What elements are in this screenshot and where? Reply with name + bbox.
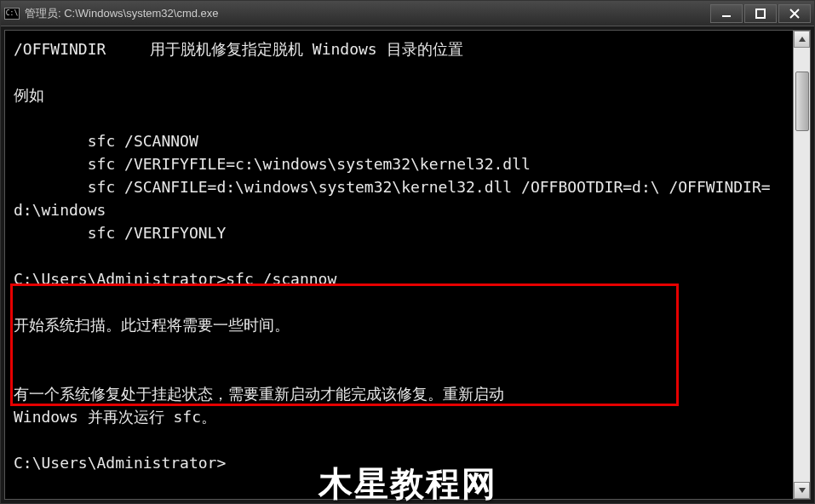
svg-rect-0 bbox=[722, 15, 731, 17]
scroll-thumb[interactable] bbox=[795, 72, 809, 131]
scan-start-msg: 开始系统扫描。此过程将需要一些时间。 bbox=[14, 316, 290, 334]
scroll-up-button[interactable] bbox=[794, 31, 810, 48]
close-icon bbox=[789, 9, 800, 19]
minimize-button[interactable] bbox=[710, 4, 743, 23]
example-label: 例如 bbox=[14, 86, 44, 104]
svg-rect-1 bbox=[756, 9, 765, 18]
titlebar[interactable]: C:\ 管理员: C:\Windows\system32\cmd.exe bbox=[1, 1, 814, 26]
pending-msg: 有一个系统修复处于挂起状态，需要重新启动才能完成该修复。重新启动 bbox=[14, 385, 504, 403]
pending-msg: Windows 并再次运行 sfc。 bbox=[14, 408, 216, 426]
example-line: sfc /VERIFYFILE=c:\windows\system32\kern… bbox=[14, 155, 531, 173]
command-text: sfc /scannow bbox=[226, 270, 336, 288]
window-title: 管理员: C:\Windows\system32\cmd.exe bbox=[25, 6, 710, 21]
maximize-icon bbox=[755, 9, 766, 19]
maximize-button[interactable] bbox=[744, 4, 777, 23]
terminal-output[interactable]: /OFFWINDIR用于脱机修复指定脱机 Windows 目录的位置 例如 sf… bbox=[5, 31, 793, 499]
chevron-up-icon bbox=[799, 37, 806, 42]
option-name: /OFFWINDIR bbox=[14, 37, 150, 60]
cmd-window: C:\ 管理员: C:\Windows\system32\cmd.exe /OF… bbox=[0, 0, 815, 504]
example-line: sfc /VERIFYONLY bbox=[14, 224, 226, 242]
example-line: sfc /SCANFILE=d:\windows\system32\kernel… bbox=[14, 178, 771, 219]
terminal-area: /OFFWINDIR用于脱机修复指定脱机 Windows 目录的位置 例如 sf… bbox=[4, 30, 811, 500]
cmd-icon: C:\ bbox=[4, 8, 20, 20]
example-line: sfc /SCANNOW bbox=[14, 132, 198, 150]
chevron-down-icon bbox=[799, 488, 806, 493]
window-controls bbox=[710, 4, 811, 23]
prompt: C:\Users\Administrator> bbox=[14, 270, 226, 288]
scroll-down-button[interactable] bbox=[794, 482, 810, 499]
option-desc: 用于脱机修复指定脱机 Windows 目录的位置 bbox=[150, 40, 463, 58]
close-button[interactable] bbox=[778, 4, 811, 23]
prompt: C:\Users\Administrator> bbox=[14, 454, 226, 472]
vertical-scrollbar[interactable] bbox=[793, 31, 810, 499]
minimize-icon bbox=[721, 9, 732, 19]
